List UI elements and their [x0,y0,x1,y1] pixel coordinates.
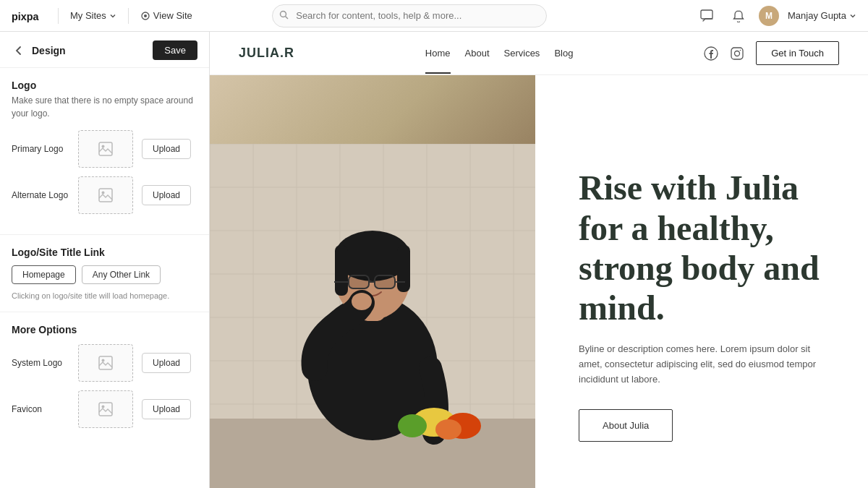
nav-services[interactable]: Services [497,48,548,59]
nav-about[interactable]: About [458,48,497,59]
avatar: M [759,6,779,26]
svg-point-33 [352,293,372,310]
save-button[interactable]: Save [153,40,197,60]
image-placeholder-icon-4 [98,401,114,417]
image-placeholder-icon-3 [98,355,114,371]
panel-title: Design [32,45,66,56]
notifications-button[interactable] [727,4,750,27]
chevron-down-icon [109,12,116,20]
other-link-option[interactable]: Any Other Link [82,265,161,284]
alternate-logo-upload-button[interactable]: Upload [142,185,191,205]
system-logo-row: System Logo Upload [12,344,197,382]
search-input[interactable] [272,4,547,27]
topbar-right: M Manjay Gupta [695,4,856,27]
my-sites-label: My Sites [70,10,106,21]
link-section: Logo/Site Title Link Homepage Any Other … [0,235,209,312]
primary-logo-label: Primary Logo [12,144,69,154]
favicon-label: Favicon [12,404,69,414]
svg-rect-10 [99,356,112,369]
svg-text:pixpa: pixpa [12,10,40,22]
svg-point-36 [398,414,427,437]
facebook-icon[interactable] [704,46,718,61]
link-section-title: Logo/Site Title Link [12,247,197,258]
image-placeholder-icon [98,141,114,157]
hero-cta-button[interactable]: About Julia [579,409,673,442]
hero-image-bg [210,75,535,488]
topbar: pixpa My Sites View Site M Manjay Gupta [0,0,868,32]
instagram-icon[interactable] [730,46,744,61]
logo-section: Logo Make sure that there is no empty sp… [0,68,209,235]
svg-rect-26 [335,245,348,296]
my-sites-menu[interactable]: My Sites [70,10,116,21]
view-site-label: View Site [153,10,192,21]
alternate-logo-placeholder [78,176,133,214]
site-nav: Home About Services Blog [418,48,581,59]
link-note: Clicking on logo/site title will load ho… [12,291,197,300]
svg-rect-12 [99,403,112,416]
svg-rect-28 [349,275,369,288]
homepage-option[interactable]: Homepage [12,265,76,284]
hero-content: Rise with Julia for a healthy, strong bo… [535,75,868,488]
site-hero: Rise with Julia for a healthy, strong bo… [210,75,868,488]
logo-section-title: Logo [12,80,197,91]
user-menu[interactable]: Manjay Gupta [788,10,856,21]
search-icon [279,10,289,22]
preview-area: JULIA.R Home About Services Blog [210,32,868,488]
main-area: Design Save Logo Make sure that there is… [0,32,868,488]
site-cta-button[interactable]: Get in Touch [756,41,839,65]
user-chevron-icon [849,12,856,20]
hero-person-svg [210,144,535,488]
left-panel: Design Save Logo Make sure that there is… [0,32,210,488]
primary-logo-placeholder [78,130,133,168]
link-options: Homepage Any Other Link [12,265,197,284]
system-logo-placeholder [78,344,133,382]
svg-rect-6 [99,142,112,155]
svg-rect-29 [375,275,395,288]
hero-description: Byline or description comes here. Lorem … [579,342,825,387]
back-arrow-icon [13,45,25,56]
hero-heading: Rise with Julia for a healthy, strong bo… [579,168,832,328]
svg-rect-8 [99,189,112,202]
svg-rect-27 [397,245,410,292]
nav-blog[interactable]: Blog [547,48,580,59]
site-navbar: JULIA.R Home About Services Blog [210,32,868,75]
image-placeholder-icon-2 [98,187,114,203]
svg-point-13 [102,406,105,408]
svg-point-3 [281,11,286,17]
primary-logo-upload-button[interactable]: Upload [142,139,191,159]
logo-section-desc: Make sure that there is no empty space a… [12,94,197,120]
nav-home[interactable]: Home [418,48,458,59]
panel-header: Design Save [0,32,209,68]
topbar-divider2 [128,8,129,24]
favicon-placeholder [78,390,133,428]
svg-point-9 [102,192,105,194]
bell-icon [732,9,745,22]
message-icon [700,9,713,22]
system-logo-label: System Logo [12,358,69,368]
hero-image [210,75,535,488]
more-options-title: More Options [12,324,197,335]
search-bar [272,4,547,27]
more-options-section: More Options System Logo Upload Favicon … [0,312,209,445]
topbar-divider [58,8,59,24]
alternate-logo-row: Alternate Logo Upload [12,176,197,214]
back-button[interactable] [12,43,26,58]
site-nav-right: Get in Touch [704,41,839,65]
messages-button[interactable] [695,4,718,27]
svg-rect-5 [701,10,712,19]
svg-point-17 [740,49,741,51]
system-logo-upload-button[interactable]: Upload [142,353,191,373]
site-logo: JULIA.R [239,46,294,61]
panel-header-left: Design [12,43,66,58]
svg-point-16 [735,51,740,56]
alternate-logo-label: Alternate Logo [12,190,69,200]
view-site-button[interactable]: View Site [140,10,192,21]
svg-rect-15 [731,48,743,59]
favicon-row: Favicon Upload [12,390,197,428]
svg-point-11 [102,359,105,362]
svg-point-2 [144,14,147,17]
pixpa-logo[interactable]: pixpa [12,8,41,24]
favicon-upload-button[interactable]: Upload [142,399,191,419]
svg-point-37 [435,419,461,440]
svg-line-4 [286,16,289,19]
